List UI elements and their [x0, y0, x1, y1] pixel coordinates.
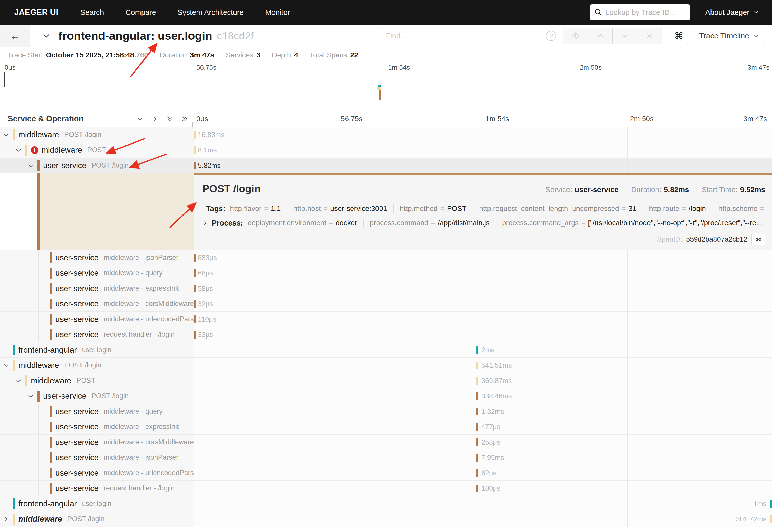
span-bar[interactable]	[476, 377, 478, 385]
row-expander-icon[interactable]	[3, 362, 9, 369]
span-timeline-cell[interactable]: 2ms	[194, 342, 772, 357]
kv-chip[interactable]: http.scheme=htt...	[712, 204, 765, 213]
span-timeline-cell[interactable]: 7.95ms	[194, 450, 772, 465]
find-input[interactable]	[380, 28, 539, 44]
span-timeline-cell[interactable]: 68μs	[194, 265, 772, 281]
span-row[interactable]: !middleware POST 8.1ms	[0, 142, 772, 158]
process-row[interactable]: Process: deployment.environment=docker p…	[202, 216, 765, 230]
jaeger-logo[interactable]: JAEGER UI	[14, 8, 58, 17]
span-bar[interactable]	[476, 485, 478, 492]
span-row[interactable]: user-service middleware - expressInit 58…	[0, 281, 772, 296]
span-name-cell[interactable]: user-service middleware - expressInit	[0, 281, 194, 296]
span-row[interactable]: user-service POST /login 338.46ms	[0, 388, 772, 404]
span-name-cell[interactable]: user-service POST /login	[0, 388, 194, 404]
row-expander-icon[interactable]	[3, 131, 9, 138]
copy-link-button[interactable]	[751, 233, 765, 245]
span-bar[interactable]	[476, 423, 478, 431]
span-timeline-cell[interactable]: 62μs	[194, 465, 772, 480]
expand-all-icon[interactable]	[181, 115, 188, 122]
trace-view-selector[interactable]: Trace Timeline	[693, 28, 765, 44]
nav-item-compare[interactable]: Compare	[126, 8, 156, 17]
span-row[interactable]: user-service middleware - corsMiddleware…	[0, 435, 772, 450]
span-name-cell[interactable]: user-service POST /login	[0, 158, 194, 173]
span-row[interactable]: user-service request handler - /login 18…	[0, 481, 772, 496]
span-bar[interactable]	[194, 162, 196, 169]
find-help-button[interactable]: ?	[539, 28, 563, 44]
next-result-button[interactable]	[613, 28, 637, 44]
kv-chip[interactable]: http.method=POST	[393, 204, 466, 213]
span-row[interactable]: middleware POST /login 541.51ms	[0, 358, 772, 373]
span-row[interactable]: middleware POST /login 16.83ms	[0, 127, 772, 142]
kv-chip[interactable]: deployment.environment=docker	[248, 219, 357, 227]
span-timeline-cell[interactable]: 58μs	[194, 281, 772, 296]
span-bar[interactable]	[194, 285, 196, 292]
span-row[interactable]: middleware POST /login 301.72ms	[0, 511, 772, 527]
span-row[interactable]: frontend-angular user.login 1ms	[0, 496, 772, 511]
span-bar[interactable]	[476, 408, 478, 415]
span-row[interactable]: middleware POST 369.87ms	[0, 373, 772, 388]
span-bar[interactable]	[476, 438, 478, 446]
span-bar[interactable]	[194, 300, 196, 308]
span-timeline-cell[interactable]: 180μs	[194, 481, 772, 496]
span-bar[interactable]	[194, 315, 196, 323]
span-row[interactable]: user-service middleware - corsMiddleware…	[0, 296, 772, 312]
span-name-cell[interactable]: user-service middleware - urlencodedPars…	[0, 312, 194, 327]
span-timeline-cell[interactable]: 33μs	[194, 327, 772, 342]
row-expander-icon[interactable]	[3, 516, 9, 523]
span-name-cell[interactable]: user-service middleware - corsMiddleware	[0, 296, 194, 311]
span-row[interactable]: user-service middleware - query 1.32ms	[0, 404, 772, 419]
span-bar[interactable]	[194, 269, 196, 277]
span-name-cell[interactable]: user-service middleware - expressInit	[0, 419, 194, 434]
span-timeline-cell[interactable]: 5.82ms	[194, 158, 772, 173]
span-timeline-cell[interactable]: 883μs	[194, 250, 772, 265]
span-name-cell[interactable]: user-service middleware - query	[0, 265, 194, 281]
trace-lookup-input[interactable]	[605, 8, 682, 17]
match-highlight-button[interactable]	[563, 28, 588, 44]
span-name-cell[interactable]: user-service middleware - corsMiddleware	[0, 435, 194, 450]
kv-chip[interactable]: process.command=/app/dist/main.js	[363, 219, 490, 227]
span-name-cell[interactable]: middleware POST /login	[0, 511, 194, 527]
span-bar[interactable]	[476, 469, 478, 477]
row-expander-icon[interactable]	[15, 377, 22, 384]
nav-item-monitor[interactable]: Monitor	[265, 8, 290, 17]
span-name-cell[interactable]: user-service middleware - urlencodedPars…	[0, 465, 194, 480]
span-timeline-cell[interactable]: 32μs	[194, 296, 772, 311]
span-name-cell[interactable]: user-service middleware - query	[0, 404, 194, 419]
span-timeline-cell[interactable]: 8.1ms	[194, 142, 772, 158]
span-bar[interactable]	[770, 500, 772, 508]
minimap-scrubber[interactable]	[4, 72, 5, 87]
prev-result-button[interactable]	[588, 28, 613, 44]
span-name-cell[interactable]: user-service middleware - jsonParser	[0, 450, 194, 465]
span-bar[interactable]	[476, 392, 478, 400]
span-row[interactable]: user-service request handler - /login 33…	[0, 327, 772, 342]
span-bar[interactable]	[194, 331, 196, 339]
expand-one-icon[interactable]	[151, 115, 158, 122]
collapse-trace-icon[interactable]	[42, 32, 51, 40]
span-bar[interactable]	[194, 146, 196, 154]
span-row[interactable]: user-service middleware - jsonParser 7.9…	[0, 450, 772, 465]
kv-chip[interactable]: http.request_content_length_uncompressed…	[473, 204, 636, 213]
span-bar[interactable]	[194, 131, 196, 139]
collapse-one-icon[interactable]	[136, 115, 144, 122]
kv-chip[interactable]: process.command_args=["/usr/local/bin/no…	[496, 219, 762, 227]
back-button[interactable]: ←	[0, 25, 30, 47]
span-timeline-cell[interactable]: 369.87ms	[194, 373, 772, 388]
span-bar[interactable]	[194, 254, 196, 262]
keyboard-shortcuts-button[interactable]: ⌘	[669, 28, 688, 44]
span-timeline-cell[interactable]: 477μs	[194, 419, 772, 434]
span-name-cell[interactable]: !middleware POST	[0, 142, 194, 158]
span-name-cell[interactable]: frontend-angular user.login	[0, 342, 194, 357]
trace-minimap[interactable]	[0, 71, 772, 103]
span-name-cell[interactable]: user-service request handler - /login	[0, 327, 194, 342]
span-timeline-cell[interactable]: 16.83ms	[194, 127, 772, 142]
kv-chip[interactable]: http.route=/login	[643, 204, 706, 213]
row-expander-icon[interactable]	[27, 393, 34, 400]
span-row[interactable]: user-service middleware - urlencodedPars…	[0, 312, 772, 327]
span-bar[interactable]	[770, 515, 772, 523]
nav-item-search[interactable]: Search	[80, 8, 104, 17]
span-row[interactable]: user-service middleware - urlencodedPars…	[0, 465, 772, 481]
span-name-cell[interactable]: frontend-angular user.login	[0, 496, 194, 511]
span-row[interactable]: user-service middleware - query 68μs	[0, 265, 772, 281]
span-timeline-cell[interactable]: 1.32ms	[194, 404, 772, 419]
span-row[interactable]: user-service POST /login 5.82ms	[0, 158, 772, 173]
